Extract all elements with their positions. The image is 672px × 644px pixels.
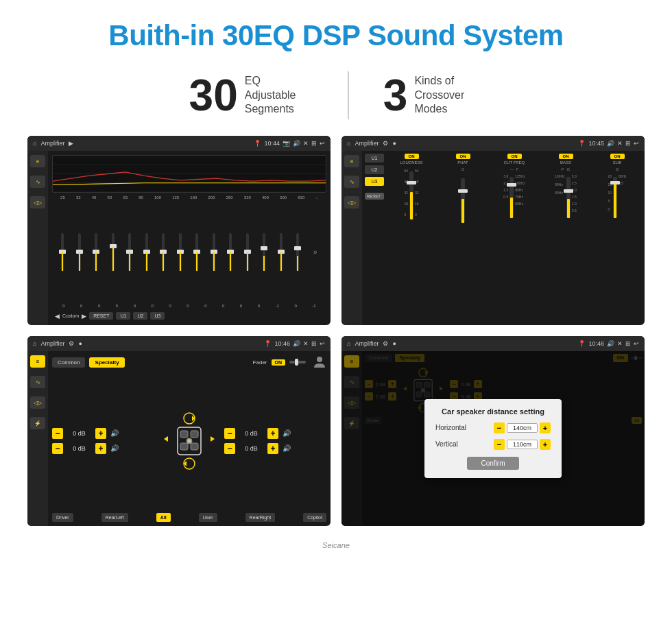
fader-12[interactable] xyxy=(246,201,249,302)
status-bar-2: ⌂ Amplifier ⚙ ● 📍 10:45 🔊 ✕ ⊞ ↩ xyxy=(341,136,645,151)
settings-icon-2[interactable]: ⚙ xyxy=(383,140,388,147)
back-icon-1[interactable]: ↩ xyxy=(320,140,325,147)
fader-6[interactable] xyxy=(145,201,148,302)
confirm-button[interactable]: Confirm xyxy=(467,457,518,470)
fader-10[interactable] xyxy=(213,201,215,302)
amp-main: Common Specialty Fader ON xyxy=(48,351,331,525)
channel-sub: ON SUB G 20151050 60Hz xyxy=(592,154,642,322)
fader-14[interactable] xyxy=(280,201,283,302)
u1-btn-1[interactable]: U1 xyxy=(116,312,130,320)
watermark: Seicane xyxy=(0,541,672,549)
screen-crossover: ⌂ Amplifier ⚙ ● 📍 10:45 🔊 ✕ ⊞ ↩ ≡ ∿ ◁▷ xyxy=(341,136,645,325)
home-icon-1[interactable]: ⌂ xyxy=(33,140,36,147)
horizontal-minus[interactable]: − xyxy=(494,422,505,433)
specialty-btn[interactable]: Specialty xyxy=(89,357,124,368)
fader-on-btn[interactable]: ON xyxy=(272,359,286,366)
home-icon-2[interactable]: ⌂ xyxy=(347,140,350,147)
vol-icon-btn-3[interactable]: ◁▷ xyxy=(30,396,45,409)
prev-icon[interactable]: ◀ xyxy=(55,313,60,320)
back-icon-3[interactable]: ↩ xyxy=(320,340,325,347)
settings-icon-4[interactable]: ⚙ xyxy=(383,340,388,347)
vol-minus-tl[interactable]: − xyxy=(52,428,63,439)
eq-faders: » xyxy=(52,200,326,304)
wave-icon-btn[interactable]: ∿ xyxy=(30,176,45,188)
rearright-btn[interactable]: RearRight xyxy=(245,513,276,522)
sub-fader[interactable] xyxy=(613,177,617,218)
bt-icon-btn-3[interactable]: ⚡ xyxy=(30,417,45,429)
vertical-minus[interactable]: − xyxy=(494,439,505,450)
eq-icon-btn[interactable]: ≡ xyxy=(30,155,45,167)
settings-icon-3[interactable]: ⚙ xyxy=(69,340,74,347)
u3-btn-1[interactable]: U3 xyxy=(150,312,165,320)
u2-btn-1[interactable]: U2 xyxy=(133,312,147,320)
driver-btn[interactable]: Driver xyxy=(52,513,73,522)
u3-preset[interactable]: U3 xyxy=(365,177,384,186)
phat-fader[interactable] xyxy=(461,178,465,223)
fader-2[interactable] xyxy=(78,201,81,302)
volume-icon-1: 🔊 xyxy=(293,140,300,147)
rearleft-btn[interactable]: RearLeft xyxy=(101,513,128,522)
fader-15[interactable] xyxy=(296,201,299,302)
fader-5[interactable] xyxy=(128,201,131,302)
wave-icon-btn-2[interactable]: ∿ xyxy=(344,176,359,188)
fader-13[interactable] xyxy=(263,201,265,302)
reset-btn-2[interactable]: RESET xyxy=(365,193,384,200)
all-btn[interactable]: All xyxy=(156,513,171,522)
vol-plus-tl[interactable]: + xyxy=(95,428,106,439)
time-4: 10:46 xyxy=(588,340,604,347)
fader-11[interactable] xyxy=(229,201,232,302)
fader-slider-icon xyxy=(289,357,306,368)
crossover-label: Kinds ofCrossover Modes xyxy=(414,74,483,117)
fader-1[interactable] xyxy=(61,201,64,302)
play-icon-1[interactable]: ▶ xyxy=(69,140,73,147)
horizontal-plus[interactable]: + xyxy=(540,422,551,433)
next-icon[interactable]: ▶ xyxy=(82,313,86,320)
loudness-on-btn[interactable]: ON xyxy=(405,154,419,159)
bass-fader[interactable] xyxy=(566,177,571,218)
fader-4[interactable] xyxy=(112,201,115,302)
back-icon-4[interactable]: ↩ xyxy=(634,340,639,347)
x-icon-1[interactable]: ✕ xyxy=(303,140,309,147)
fader-9[interactable] xyxy=(195,201,198,302)
fader-3[interactable] xyxy=(95,201,97,302)
vol-val-tl: 0 dB xyxy=(67,430,91,437)
u2-preset[interactable]: U2 xyxy=(365,165,384,174)
fader-8[interactable] xyxy=(179,201,182,302)
wifi-icon-4: ⊞ xyxy=(625,340,631,347)
wave-icon-btn-3[interactable]: ∿ xyxy=(30,376,45,388)
vol-plus-br[interactable]: + xyxy=(267,443,278,454)
reset-btn-1[interactable]: RESET xyxy=(89,312,113,320)
dialog-confirm-area: Confirm xyxy=(435,457,551,470)
home-icon-3[interactable]: ⌂ xyxy=(33,340,36,347)
vol-minus-bl[interactable]: − xyxy=(52,443,63,454)
copilot-btn[interactable]: Copilot xyxy=(303,513,326,522)
back-icon-2[interactable]: ↩ xyxy=(634,140,639,147)
phat-on-btn[interactable]: ON xyxy=(456,154,470,159)
loudness-scale: 644832160 xyxy=(404,169,408,217)
app-title-4: Amplifier xyxy=(355,340,379,347)
x-icon-4[interactable]: ✕ xyxy=(617,340,623,347)
bass-name: BASS xyxy=(560,160,571,165)
x-icon-3[interactable]: ✕ xyxy=(303,340,309,347)
sub-on-btn[interactable]: ON xyxy=(610,154,625,159)
more-icon[interactable]: » xyxy=(313,248,317,256)
vol-icon-btn-2[interactable]: ◁▷ xyxy=(344,196,359,208)
user-btn[interactable]: User xyxy=(199,513,217,522)
vol-plus-bl[interactable]: + xyxy=(95,443,106,454)
vol-icon-btn[interactable]: ◁▷ xyxy=(30,196,45,208)
u1-preset[interactable]: U1 xyxy=(365,154,384,163)
cutfreq-on-btn[interactable]: ON xyxy=(507,154,522,159)
cutfreq-fader[interactable] xyxy=(509,177,514,218)
loudness-fader[interactable] xyxy=(409,171,413,219)
vol-minus-br[interactable]: − xyxy=(224,443,235,454)
vertical-plus[interactable]: + xyxy=(540,439,551,450)
vol-plus-tr[interactable]: + xyxy=(267,428,278,439)
x-icon-2[interactable]: ✕ xyxy=(617,140,623,147)
common-btn[interactable]: Common xyxy=(52,357,85,368)
fader-7[interactable] xyxy=(162,201,165,302)
eq-icon-btn-2[interactable]: ≡ xyxy=(344,155,359,167)
eq-icon-btn-3[interactable]: ≡ xyxy=(30,355,45,368)
bass-on-btn[interactable]: ON xyxy=(559,154,573,159)
home-icon-4[interactable]: ⌂ xyxy=(347,340,350,347)
vol-minus-tr[interactable]: − xyxy=(224,428,235,439)
